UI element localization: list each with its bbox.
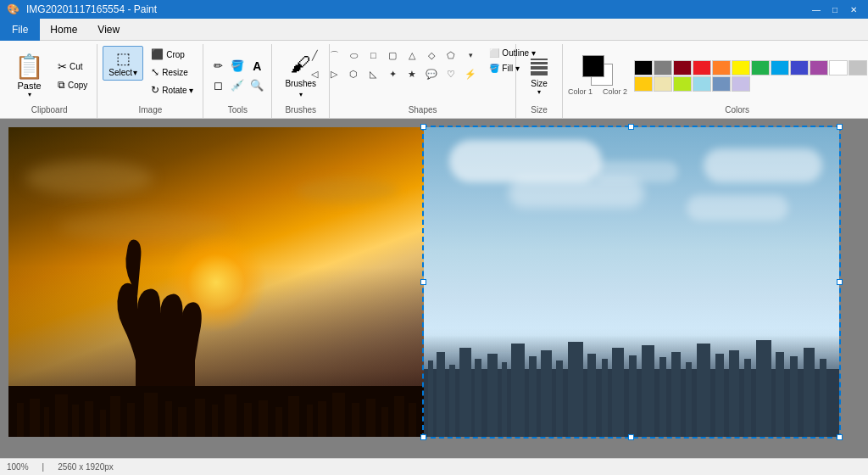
svg-rect-39 (556, 360, 563, 437)
diamond-shape[interactable]: ◇ (422, 46, 441, 64)
svg-rect-56 (804, 348, 815, 437)
color-swatch-8[interactable] (790, 60, 809, 75)
svg-rect-29 (428, 360, 433, 437)
svg-rect-13 (195, 399, 205, 437)
svg-rect-23 (352, 403, 359, 437)
home-menu[interactable]: Home (40, 19, 87, 41)
star4-shape[interactable]: ✦ (383, 64, 402, 83)
svg-rect-36 (511, 344, 525, 437)
left-arrow-shape[interactable]: ◁ (305, 64, 324, 83)
color-swatch-10[interactable] (829, 60, 848, 75)
svg-rect-17 (259, 400, 268, 437)
color-swatch-7[interactable] (771, 60, 789, 75)
svg-rect-35 (502, 362, 507, 437)
image-group: ⬚ Select ▾ ⬛ Crop ⤡ Resize ↻ (97, 44, 203, 118)
svg-rect-8 (110, 396, 120, 437)
maximize-button[interactable]: □ (827, 2, 843, 17)
svg-rect-49 (697, 344, 710, 437)
minimize-button[interactable]: — (809, 2, 824, 17)
text-tool[interactable]: A (248, 57, 266, 75)
svg-rect-31 (449, 365, 455, 437)
svg-rect-12 (178, 407, 186, 437)
rect-shape[interactable]: □ (364, 46, 382, 64)
ribbon: 📋 Paste ▾ ✂ Cut ⧉ Copy Clipboard (0, 41, 868, 119)
copy-button[interactable]: ⧉ Copy (53, 76, 92, 93)
color-swatch-1[interactable] (654, 60, 672, 75)
cut-copy-group: ✂ Cut ⧉ Copy (53, 58, 92, 93)
paste-button[interactable]: 📋 Paste ▾ (7, 48, 52, 103)
crop-button[interactable]: ⬛ Crop (147, 46, 198, 63)
canvas-area[interactable] (0, 119, 868, 458)
window-title: IMG20201117165554 - Paint (26, 3, 157, 15)
color-swatch-4[interactable] (712, 60, 731, 75)
hexagon-shape[interactable]: ⬡ (344, 64, 363, 83)
shapes-more[interactable]: ▾ (461, 46, 480, 64)
svg-rect-14 (212, 405, 218, 437)
svg-rect-10 (144, 393, 158, 437)
svg-rect-16 (244, 403, 252, 437)
svg-rect-2 (30, 399, 40, 437)
oval-shape[interactable]: ⬭ (344, 46, 363, 64)
picker-tool[interactable]: 💉 (228, 76, 247, 95)
color-swatch-14[interactable] (634, 76, 653, 92)
image2-wrapper[interactable] (424, 127, 839, 437)
color-swatch-2[interactable] (673, 60, 692, 75)
color-swatch-11[interactable] (849, 60, 867, 75)
size-button[interactable]: Size ▾ (521, 52, 557, 99)
line-shape[interactable]: ╱ (305, 46, 324, 64)
color-swatch-5[interactable] (732, 60, 750, 75)
color-swatch-17[interactable] (693, 76, 711, 92)
right-triangle-shape[interactable]: ◺ (364, 64, 382, 83)
color-swatch-16[interactable] (673, 76, 692, 92)
color1-box[interactable] (582, 55, 604, 77)
svg-rect-50 (715, 354, 724, 437)
color-swatch-9[interactable] (810, 60, 828, 75)
color-swatch-15[interactable] (654, 76, 672, 92)
image2[interactable] (424, 127, 839, 437)
svg-rect-43 (612, 348, 624, 437)
eraser-tool[interactable]: ◻ (209, 76, 227, 95)
select-button[interactable]: ⬚ Select ▾ (103, 46, 143, 81)
file-menu[interactable]: File (0, 19, 40, 41)
rounded-rect-shape[interactable]: ▢ (383, 46, 402, 64)
svg-rect-27 (409, 403, 416, 437)
svg-rect-32 (459, 348, 471, 437)
triangle-shape[interactable]: △ (403, 46, 421, 64)
svg-rect-34 (487, 354, 498, 437)
color-swatch-6[interactable] (751, 60, 770, 75)
rotate-button[interactable]: ↻ Rotate ▾ (147, 81, 198, 98)
lightning-shape[interactable]: ⚡ (461, 64, 480, 83)
curve-shape[interactable]: ⌒ (325, 46, 343, 64)
callout-shape[interactable]: 💬 (422, 64, 441, 83)
svg-rect-45 (642, 345, 654, 437)
color-selector[interactable] (582, 55, 613, 86)
color-swatch-0[interactable] (634, 60, 653, 75)
resize-button[interactable]: ⤡ Resize (147, 64, 198, 81)
pencil-tool[interactable]: ✏ (209, 57, 227, 75)
right-arrow-shape[interactable]: ▷ (325, 64, 343, 83)
image1[interactable] (8, 127, 424, 437)
cut-button[interactable]: ✂ Cut (53, 58, 92, 75)
svg-rect-48 (686, 362, 692, 437)
color-swatch-19[interactable] (732, 76, 750, 92)
size-group: Size ▾ Size (516, 44, 563, 118)
pentagon-shape[interactable]: ⬠ (442, 46, 460, 64)
close-button[interactable]: ✕ (846, 2, 861, 17)
color-swatch-18[interactable] (712, 76, 731, 92)
svg-rect-1 (17, 403, 24, 437)
star5-shape[interactable]: ★ (403, 64, 421, 83)
color-swatch-3[interactable] (693, 60, 711, 75)
canvas-container (8, 127, 839, 437)
svg-rect-37 (529, 356, 537, 437)
view-menu[interactable]: View (87, 19, 130, 41)
fill-tool[interactable]: 🪣 (228, 57, 247, 75)
color1-label: Color 1 (568, 87, 593, 96)
svg-rect-46 (659, 357, 666, 437)
color2-label: Color 2 (603, 87, 627, 96)
svg-rect-38 (541, 350, 552, 437)
brushes-label: Brushes (285, 105, 316, 116)
svg-rect-25 (381, 407, 388, 437)
heart-shape[interactable]: ♡ (442, 64, 460, 83)
status-bar: 100% | 2560 x 1920px (0, 458, 868, 475)
magnifier-tool[interactable]: 🔍 (248, 76, 266, 95)
